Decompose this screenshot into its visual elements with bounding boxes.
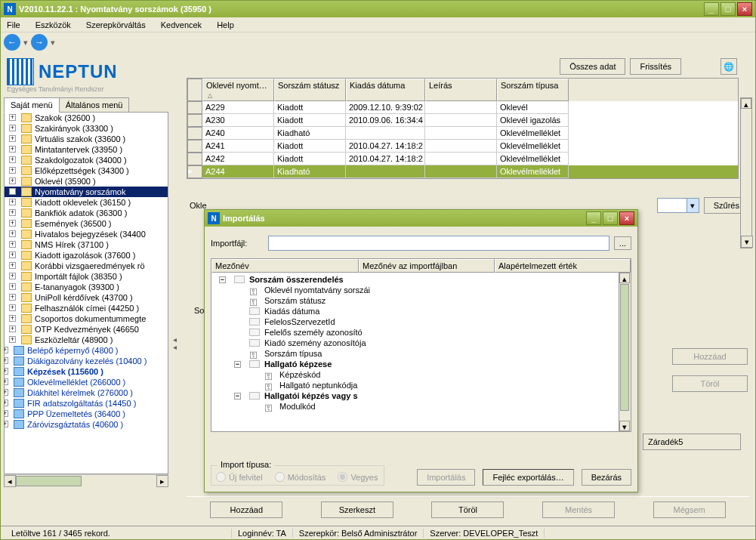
row-selector-header[interactable] (187, 79, 202, 101)
table-row[interactable]: A240KiadhatóOklevélmelléklet (187, 127, 738, 140)
tree-item[interactable]: +Belépő képernyő (4800 ) (5, 345, 168, 356)
bottom-save-button[interactable]: Mentés (542, 501, 615, 518)
tree-item[interactable]: +Záróvizsgáztatás (40600 ) (5, 419, 168, 430)
field-item[interactable]: Kiadó szemény azonosítója (213, 338, 629, 348)
menu-file[interactable]: File (4, 19, 23, 31)
field-item[interactable]: −Hallgatói képzés vagy s (213, 390, 629, 401)
tree-expand-icon[interactable]: + (9, 315, 16, 322)
tree-item[interactable]: +Szakok (32600 ) (5, 113, 168, 123)
tree-expand-icon[interactable]: + (9, 167, 16, 174)
row-selector[interactable] (187, 153, 202, 165)
field-scroll-down[interactable]: ▾ (619, 421, 630, 431)
field-col-1[interactable]: Mezőnév az importfájlban (359, 259, 495, 273)
tree-item[interactable]: +Felhasználók címei (44250 ) (5, 303, 168, 313)
bottom-delete-button[interactable]: Töröl (431, 501, 504, 518)
dialog-maximize-button[interactable]: □ (603, 211, 618, 225)
nav-forward-button[interactable]: → (31, 34, 48, 51)
navigation-tree[interactable]: +Szakok (32600 )+Szakirányok (33300 )+Vi… (4, 112, 168, 474)
maximize-button[interactable]: □ (721, 2, 736, 16)
splitter-grip[interactable]: ◂◂ (171, 336, 177, 353)
scroll-left-button[interactable]: ◂ (4, 475, 16, 487)
tree-expand-icon[interactable]: + (4, 378, 8, 385)
tree-item[interactable]: +Csoportos dokumentummegte (5, 313, 168, 324)
tree-expand-icon[interactable]: + (4, 421, 8, 427)
tree-item[interactable]: +FIR adatszolgáltatás (14450 ) (5, 398, 168, 409)
field-v-scrollbar[interactable]: ▴ ▾ (619, 273, 631, 431)
field-item[interactable]: Felelős személy azonosító (213, 327, 629, 338)
table-row[interactable]: A229Kiadott2009.12.10. 9:39:02Oklevél (187, 101, 738, 114)
tree-expand-icon[interactable]: + (9, 177, 16, 184)
close-button[interactable]: × (737, 2, 752, 16)
scroll-up-button[interactable]: ▴ (741, 98, 751, 109)
tree-item[interactable]: +Események (36500 ) (5, 218, 168, 229)
col-header-1[interactable]: Sorszám státusz (274, 79, 346, 101)
table-row[interactable]: A241Kiadott2010.04.27. 14:18:2Oklevélmel… (187, 140, 738, 153)
field-item[interactable]: −Sorszám összerendelés (213, 274, 629, 285)
radio-mod[interactable]: Módosítás (275, 472, 326, 482)
tree-item[interactable]: +Szakirányok (33300 ) (5, 123, 168, 134)
tree-expand-icon[interactable]: + (4, 389, 8, 396)
radio-mod-input[interactable] (275, 472, 285, 482)
tree-expand-icon[interactable]: + (9, 283, 16, 290)
menu-help[interactable]: Help (214, 19, 237, 31)
tree-collapse-icon[interactable]: − (234, 393, 241, 400)
tree-expand-icon[interactable]: + (9, 326, 16, 332)
tree-item[interactable]: +Szakdolgozatok (34000 ) (5, 155, 168, 165)
tree-item[interactable]: +Importált fájlok (38350 ) (5, 271, 168, 282)
field-scroll-up[interactable]: ▴ (619, 273, 630, 283)
field-col-2[interactable]: Alapértelmezett érték (495, 259, 631, 273)
tree-item[interactable]: +NMS Hírek (37100 ) (5, 239, 168, 250)
radio-new-input[interactable] (216, 472, 226, 482)
row-selector[interactable] (187, 127, 202, 140)
field-item[interactable]: Sorszám típusa (213, 348, 629, 359)
table-row[interactable]: A230Kiadott2010.09.06. 16:34:4Oklevél ig… (187, 114, 738, 127)
scroll-right-button[interactable]: ▸ (156, 475, 168, 487)
tree-expand-icon[interactable]: + (9, 146, 16, 153)
tree-item[interactable]: +OTP Kedvezmények (46650 (5, 324, 168, 335)
field-item[interactable]: Hallgató neptunkódja (213, 380, 629, 390)
table-row[interactable]: ▸A244KiadhatóOklevélmelléklet (187, 165, 738, 178)
nav-back-button[interactable]: ← (4, 34, 20, 51)
importfile-input[interactable] (268, 236, 609, 251)
tree-expand-icon[interactable]: + (4, 368, 8, 375)
tree-expand-icon[interactable]: + (9, 209, 16, 216)
scroll-down-button[interactable]: ▾ (741, 236, 753, 248)
radio-new[interactable]: Új felvitel (216, 472, 263, 482)
field-item[interactable]: −Hallgató képzese (213, 359, 629, 369)
refresh-button[interactable]: Frissítés (630, 58, 681, 75)
tree-expand-icon[interactable]: + (9, 262, 16, 269)
tree-item[interactable]: +Diákhitel kérelmek (276000 ) (5, 387, 168, 398)
tree-expand-icon[interactable]: + (9, 135, 16, 142)
browse-button[interactable]: ... (614, 236, 631, 250)
tree-expand-icon[interactable]: + (4, 410, 8, 417)
tree-expand-icon[interactable]: + (9, 241, 16, 248)
data-grid[interactable]: Oklevél nyomt…△ Sorszám státusz Kiadás d… (187, 78, 739, 179)
tree-expand-icon[interactable]: + (9, 199, 16, 205)
tree-expand-icon[interactable]: + (9, 114, 16, 121)
tree-item[interactable]: +Hivatalos bejegyzések (34400 (5, 229, 168, 239)
tree-expand-icon[interactable]: + (4, 357, 8, 364)
tree-item[interactable]: +Nyomtatvány sorszámok (5, 187, 168, 197)
menu-favorites[interactable]: Kedvencek (158, 19, 205, 31)
col-header-3[interactable]: Leírás (425, 79, 497, 101)
menu-roleswitch[interactable]: Szerepkörváltás (83, 19, 149, 31)
tree-expand-icon[interactable]: + (9, 188, 16, 195)
dialog-close-action-button[interactable]: Bezárás (582, 469, 631, 486)
tab-self-menu[interactable]: Saját menü (4, 97, 60, 113)
globe-icon-button[interactable]: 🌐 (721, 58, 737, 75)
tree-expand-icon[interactable]: + (9, 251, 16, 258)
tree-expand-icon[interactable]: + (9, 156, 16, 163)
tree-item[interactable]: +Bankfiók adatok (36300 ) (5, 208, 168, 218)
combo-arrow-icon[interactable]: ▾ (687, 199, 699, 212)
dialog-minimize-button[interactable]: _ (586, 211, 601, 225)
tree-expand-icon[interactable]: + (9, 220, 16, 227)
tree-item[interactable]: +Oklevél (35900 ) (5, 176, 168, 187)
tree-item[interactable]: +PPP Üzemeltetés (36400 ) (5, 409, 168, 419)
tree-item[interactable]: +Képzések (115600 ) (5, 366, 168, 377)
tree-item[interactable]: +Eszközleltár (48900 ) (5, 335, 168, 345)
tree-item[interactable]: +Mintatantervek (33950 ) (5, 144, 168, 155)
scroll-thumb[interactable] (16, 476, 82, 486)
field-col-0[interactable]: Mezőnév (211, 259, 359, 273)
tree-expand-icon[interactable]: + (9, 230, 16, 237)
export-header-button[interactable]: Fejléc exportálás… (483, 469, 573, 486)
